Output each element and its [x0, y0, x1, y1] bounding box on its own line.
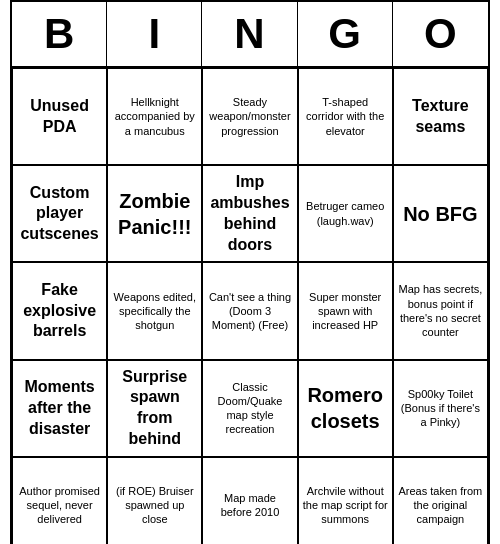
- header-n: N: [202, 2, 297, 66]
- bingo-cell-8[interactable]: Betruger cameo (laugh.wav): [298, 165, 393, 262]
- bingo-cell-23[interactable]: Archvile without the map script for summ…: [298, 457, 393, 544]
- bingo-cell-13[interactable]: Super monster spawn with increased HP: [298, 262, 393, 359]
- bingo-cell-22[interactable]: Map made before 2010: [202, 457, 297, 544]
- bingo-cell-17[interactable]: Classic Doom/Quake map style recreation: [202, 360, 297, 457]
- bingo-card: B I N G O Unused PDAHellknight accompani…: [10, 0, 490, 544]
- bingo-cell-9[interactable]: No BFG: [393, 165, 488, 262]
- bingo-cell-18[interactable]: Romero closets: [298, 360, 393, 457]
- bingo-cell-6[interactable]: Zombie Panic!!!: [107, 165, 202, 262]
- header-i: I: [107, 2, 202, 66]
- bingo-header: B I N G O: [12, 2, 488, 68]
- bingo-cell-24[interactable]: Areas taken from the original campaign: [393, 457, 488, 544]
- bingo-cell-5[interactable]: Custom player cutscenes: [12, 165, 107, 262]
- bingo-cell-10[interactable]: Fake explosive barrels: [12, 262, 107, 359]
- bingo-cell-2[interactable]: Steady weapon/monster progression: [202, 68, 297, 165]
- header-o: O: [393, 2, 488, 66]
- bingo-grid: Unused PDAHellknight accompanied by a ma…: [12, 68, 488, 544]
- bingo-cell-7[interactable]: Imp ambushes behind doors: [202, 165, 297, 262]
- bingo-cell-1[interactable]: Hellknight accompanied by a mancubus: [107, 68, 202, 165]
- bingo-cell-21[interactable]: (if ROE) Bruiser spawned up close: [107, 457, 202, 544]
- bingo-cell-15[interactable]: Moments after the disaster: [12, 360, 107, 457]
- bingo-cell-20[interactable]: Author promised sequel, never delivered: [12, 457, 107, 544]
- bingo-cell-19[interactable]: Sp00ky Toilet (Bonus if there's a Pinky): [393, 360, 488, 457]
- bingo-cell-14[interactable]: Map has secrets, bonus point if there's …: [393, 262, 488, 359]
- bingo-cell-3[interactable]: T-shaped corridor with the elevator: [298, 68, 393, 165]
- bingo-cell-0[interactable]: Unused PDA: [12, 68, 107, 165]
- header-b: B: [12, 2, 107, 66]
- header-g: G: [298, 2, 393, 66]
- bingo-cell-12[interactable]: Can't see a thing (Doom 3 Moment) (Free): [202, 262, 297, 359]
- bingo-cell-16[interactable]: Surprise spawn from behind: [107, 360, 202, 457]
- bingo-cell-11[interactable]: Weapons edited, specifically the shotgun: [107, 262, 202, 359]
- bingo-cell-4[interactable]: Texture seams: [393, 68, 488, 165]
